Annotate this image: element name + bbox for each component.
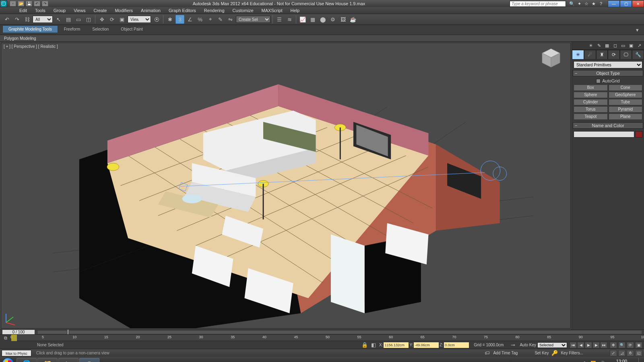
nav-pan-icon[interactable]: ✥	[610, 342, 617, 348]
camera-small-icon[interactable]: ◻	[612, 43, 618, 49]
rendered-frame-icon[interactable]: 🖼	[339, 15, 347, 24]
menu-animation[interactable]: Animation	[137, 7, 165, 14]
rollout-name-color[interactable]: −Name and Color	[573, 122, 643, 129]
material-editor-icon[interactable]: ⬤	[318, 15, 327, 24]
select-icon[interactable]: ↖	[54, 15, 63, 24]
next-frame-icon[interactable]: ▶	[592, 342, 600, 348]
spinner-snap-icon[interactable]: ⌖	[206, 15, 215, 24]
nav-max-icon[interactable]: ▣	[635, 342, 642, 348]
coord-x-input[interactable]	[384, 342, 409, 348]
selection-filter-select[interactable]: All	[33, 16, 53, 23]
ribbon-tab-freeform[interactable]: Freeform	[58, 25, 87, 33]
undo-icon[interactable]: ↶	[34, 1, 40, 6]
prim-cylinder[interactable]: Cylinder	[574, 99, 608, 105]
prim-pyramid[interactable]: Pyramid	[609, 106, 643, 113]
task-ie[interactable]: 🌐	[17, 358, 37, 362]
key-filters-button[interactable]: Key Filters...	[561, 351, 583, 355]
play-icon[interactable]: ▶	[585, 342, 592, 348]
safe-frame-icon[interactable]: ▣	[628, 43, 634, 49]
search-icon[interactable]: 🔍	[569, 1, 575, 6]
prim-box[interactable]: Box	[574, 84, 608, 91]
subscription-icon[interactable]: ✦	[576, 1, 582, 6]
redo-icon[interactable]: ↷	[12, 15, 21, 24]
angle-snap-icon[interactable]: ∠	[186, 15, 194, 24]
menu-edit[interactable]: Edit	[15, 7, 31, 14]
rect-select-icon[interactable]: ▭	[74, 15, 83, 24]
light-icon[interactable]: ☀	[588, 43, 594, 49]
frame-display[interactable]: 0 / 100	[2, 330, 35, 335]
menu-group[interactable]: Group	[50, 7, 70, 14]
add-time-tag[interactable]: Add Time Tag	[493, 351, 518, 355]
nav-zoom-extents-icon[interactable]: ⤢	[610, 350, 617, 356]
ribbon-subpanel[interactable]: Polygon Modeling	[0, 35, 644, 42]
tab-display[interactable]: 🖵	[620, 50, 632, 59]
manipulate-icon[interactable]: ✱	[165, 15, 174, 24]
start-button[interactable]	[0, 357, 16, 362]
ribbon-collapse-icon[interactable]: ▾	[634, 27, 641, 33]
prev-frame-icon[interactable]: ◀	[577, 342, 584, 348]
rotate-icon[interactable]: ⟳	[107, 15, 116, 24]
lock-selection-icon[interactable]: 🔒	[361, 342, 368, 348]
time-ruler[interactable]: ⧉ 05101520253035404550556065707580859095…	[0, 334, 644, 341]
menu-help[interactable]: Help	[287, 7, 304, 14]
coord-y-input[interactable]	[414, 342, 439, 348]
isolate-icon[interactable]: ◧	[370, 342, 377, 348]
autokey-label[interactable]: Auto Key	[520, 343, 536, 347]
snap-toggle-icon[interactable]: 3	[175, 15, 184, 24]
prim-teapot[interactable]: Teapot	[574, 113, 608, 120]
redo-icon[interactable]: ↷	[42, 1, 48, 6]
mini-curve-editor-icon[interactable]: ⧉	[0, 335, 11, 341]
screen-icon[interactable]: ▭	[620, 43, 626, 49]
key-mode-select[interactable]: Selected	[537, 342, 567, 348]
render-icon[interactable]: ☕	[349, 15, 357, 24]
autogrid-checkbox[interactable]	[596, 79, 601, 83]
prim-tube[interactable]: Tube	[609, 99, 643, 105]
menu-tools[interactable]: Tools	[31, 7, 50, 14]
task-3dsmax[interactable]: ◉	[79, 358, 99, 362]
render-setup-icon[interactable]: ⚙	[328, 15, 337, 24]
help-icon[interactable]: ?	[598, 1, 604, 6]
goto-start-icon[interactable]: ⏮	[570, 342, 577, 348]
time-tag-icon[interactable]: 🏷	[483, 350, 491, 356]
prim-torus[interactable]: Torus	[574, 106, 608, 113]
ribbon-tab-selection[interactable]: Selection	[86, 25, 115, 33]
goto-end-icon[interactable]: ⏭	[600, 342, 607, 348]
menu-grapheditors[interactable]: Graph Editors	[165, 7, 200, 14]
layers-icon[interactable]: ≋	[285, 15, 294, 24]
prim-plane[interactable]: Plane	[609, 113, 643, 120]
menu-views[interactable]: Views	[70, 7, 89, 14]
viewport-label[interactable]: [ + ] [ Perspective ] [ Realistic ]	[4, 44, 58, 49]
nav-fov-icon[interactable]: ◿	[618, 350, 625, 356]
select-name-icon[interactable]: ▤	[64, 15, 73, 24]
ribbon-tab-graphite[interactable]: Graphite Modeling Tools	[2, 25, 58, 33]
tab-motion[interactable]: ⟳	[608, 50, 620, 59]
undo-icon[interactable]: ↶	[2, 15, 11, 24]
mirror-icon[interactable]: ⇋	[226, 15, 235, 24]
maximize-button[interactable]: ▢	[620, 0, 632, 7]
new-icon[interactable]: ▫	[10, 1, 16, 6]
setkey-label[interactable]: Set Key	[535, 351, 549, 355]
primitive-category-select[interactable]: Standard Primitives	[574, 61, 642, 68]
edit-selset-icon[interactable]: ✎	[216, 15, 225, 24]
coord-z-input[interactable]	[444, 342, 469, 348]
menu-rendering[interactable]: Rendering	[200, 7, 229, 14]
brush-icon[interactable]: ✎	[596, 43, 602, 49]
tab-modify[interactable]: ☄	[584, 50, 596, 59]
show-desktop-button[interactable]	[638, 358, 642, 362]
close-button[interactable]: ✕	[632, 0, 644, 7]
minimize-button[interactable]: —	[608, 0, 620, 7]
app-icon[interactable]	[0, 0, 7, 7]
viewcube[interactable]	[539, 46, 563, 70]
window-cross-icon[interactable]: ◫	[84, 15, 93, 24]
open-icon[interactable]: 📂	[18, 1, 24, 6]
time-slider[interactable]	[38, 331, 642, 334]
favorite-icon[interactable]: ★	[591, 1, 597, 6]
prim-cone[interactable]: Cone	[609, 84, 643, 91]
link-icon[interactable]: ⛓	[23, 15, 31, 24]
task-explorer[interactable]: 📁	[37, 358, 58, 362]
exchange-icon[interactable]: ☆	[584, 1, 589, 6]
expand-icon[interactable]: ↗	[636, 43, 642, 49]
prim-geosphere[interactable]: GeoSphere	[609, 92, 643, 98]
selection-set-select[interactable]: Create Selection Se	[236, 16, 270, 23]
tray-clock[interactable]: 13:00 26/03/2012	[608, 359, 635, 362]
